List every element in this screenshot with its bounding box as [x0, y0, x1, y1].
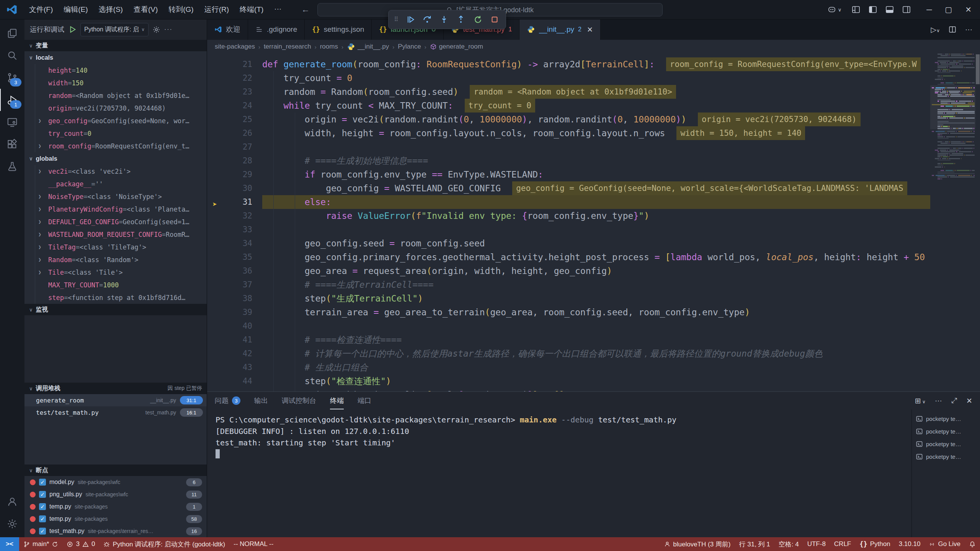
- toggle-panel-icon[interactable]: [885, 5, 894, 14]
- tab-__init__.py[interactable]: __init__.py2✕: [519, 19, 601, 40]
- menu-item-6[interactable]: 终端(T): [235, 3, 268, 16]
- breakpoint-row[interactable]: ✓temp.pysite-packages58: [24, 513, 207, 525]
- minimap[interactable]: [930, 54, 975, 391]
- editor-more-icon[interactable]: ···: [965, 25, 972, 34]
- breadcrumb-item[interactable]: rooms: [320, 43, 338, 51]
- variable-row[interactable]: __package__ = '': [35, 178, 207, 190]
- panel-more-icon[interactable]: ···: [935, 396, 942, 405]
- gutter[interactable]: 42: [207, 347, 262, 360]
- chevron-right-icon[interactable]: ❯: [38, 269, 41, 275]
- breakpoints-section-header[interactable]: ∨断点: [24, 465, 207, 476]
- breakpoint-row[interactable]: ✓temp.pysite-packages1: [24, 500, 207, 513]
- menu-item-0[interactable]: 文件(F): [24, 3, 57, 16]
- encoding[interactable]: UTF-8: [803, 537, 830, 551]
- restart-button[interactable]: [472, 14, 483, 25]
- variable-row[interactable]: ❯DEFAULT_GEO_CONFIG = GeoConfig(seed=1…: [35, 215, 207, 228]
- gutter[interactable]: 34: [207, 236, 262, 250]
- launch-config-dropdown[interactable]: Python 调试程序: 启∨: [80, 23, 149, 36]
- chevron-right-icon[interactable]: ❯: [38, 168, 41, 174]
- breadcrumb-item[interactable]: __init__.py: [347, 42, 389, 51]
- cursor-position[interactable]: 行 31, 列 1: [735, 537, 774, 551]
- customize-layout-icon[interactable]: [851, 5, 861, 14]
- notifications-bell-icon[interactable]: [965, 537, 980, 551]
- variables-group-globals[interactable]: ∨globals: [24, 152, 207, 165]
- breakpoint-checkbox[interactable]: ✓: [39, 491, 46, 498]
- drag-handle-icon[interactable]: ⠿: [394, 18, 399, 21]
- variables-group-locals[interactable]: ∨locals: [24, 51, 207, 64]
- chevron-right-icon[interactable]: ❯: [38, 206, 41, 212]
- editor-scrollbar[interactable]: [975, 54, 980, 391]
- panel-tab-端口[interactable]: 端口: [358, 392, 371, 409]
- variable-row[interactable]: ❯vec2i = <class 'vec2i'>: [35, 165, 207, 178]
- variable-row[interactable]: ❯geo_config = GeoConfig(seed=None, wor…: [35, 114, 207, 127]
- maximize-panel-icon[interactable]: ⤢: [951, 396, 957, 405]
- menu-item-7[interactable]: ···: [270, 3, 286, 16]
- gutter[interactable]: 22: [207, 71, 262, 85]
- activitybar-files-icon[interactable]: [0, 22, 24, 44]
- variable-row[interactable]: try_count = 0: [35, 127, 207, 140]
- terminal-instance[interactable]: pocketpy te…: [912, 412, 980, 425]
- activitybar-search-icon[interactable]: [0, 44, 24, 67]
- activitybar-gear-icon[interactable]: [0, 513, 24, 535]
- gutter[interactable]: 33: [207, 223, 262, 236]
- breakpoint-row[interactable]: ✓png_utils.pysite-packages\wfc11: [24, 488, 207, 500]
- close-panel-icon[interactable]: ✕: [966, 396, 972, 405]
- variable-row[interactable]: random = <Random object at 0x1bf9d01e…: [35, 89, 207, 102]
- eol[interactable]: CRLF: [830, 537, 855, 551]
- variable-row[interactable]: ❯room_config = RoomRequestConfig(env_t…: [35, 140, 207, 152]
- menu-item-5[interactable]: 运行(R): [200, 3, 234, 16]
- menu-item-1[interactable]: 编辑(E): [59, 3, 92, 16]
- variable-row[interactable]: step = <function step at 0x1bf8d716d…: [35, 291, 207, 304]
- gutter[interactable]: 44: [207, 374, 262, 388]
- git-branch[interactable]: main*: [19, 537, 62, 551]
- gutter[interactable]: 24: [207, 99, 262, 112]
- variables-section-header[interactable]: ∨变量: [24, 40, 207, 51]
- gear-icon[interactable]: [152, 26, 160, 34]
- chevron-right-icon[interactable]: ❯: [38, 257, 41, 262]
- variable-row[interactable]: ❯PlanetaryWindConfig = <class 'Planeta…: [35, 203, 207, 215]
- gutter[interactable]: 35: [207, 250, 262, 264]
- variable-row[interactable]: ❯WASTELAND_ROOM_REQUEST_CONFIG = RoomR…: [35, 228, 207, 241]
- close-button[interactable]: ✕: [965, 5, 972, 14]
- activitybar-beaker-icon[interactable]: [0, 155, 24, 178]
- breadcrumb-item[interactable]: site-packages: [215, 43, 255, 51]
- variable-row[interactable]: origin = vec2i(7205730, 9024468): [35, 102, 207, 114]
- terminal[interactable]: PS C:\computer_science\godot-ldtk\site-p…: [207, 409, 911, 537]
- gutter[interactable]: ➤31: [207, 195, 262, 209]
- gutter[interactable]: 41: [207, 333, 262, 347]
- breadcrumb-item[interactable]: Pylance: [398, 43, 421, 51]
- language-mode[interactable]: {}Python: [855, 537, 894, 551]
- gutter[interactable]: 32: [207, 209, 262, 223]
- variable-row[interactable]: ❯TileTag = <class 'TileTag'>: [35, 241, 207, 253]
- toggle-sidebar-icon[interactable]: [868, 5, 877, 14]
- gutter[interactable]: 30: [207, 181, 262, 195]
- activitybar-account-icon[interactable]: [0, 491, 24, 513]
- activitybar-source-control-icon[interactable]: 3: [0, 67, 24, 89]
- gutter[interactable]: 38: [207, 292, 262, 305]
- breakpoint-checkbox[interactable]: ✓: [39, 528, 46, 535]
- gutter[interactable]: 29: [207, 168, 262, 181]
- panel-tab-终端[interactable]: 终端: [330, 392, 344, 409]
- gutter[interactable]: 43: [207, 360, 262, 374]
- split-editor-icon[interactable]: [948, 25, 957, 34]
- terminal-instance[interactable]: pocketpy te…: [912, 450, 980, 463]
- copilot-icon[interactable]: ∨: [827, 5, 842, 14]
- nav-back-icon[interactable]: ←: [301, 5, 310, 15]
- tab-settings.json[interactable]: {}settings.json: [305, 19, 372, 40]
- gutter[interactable]: 37: [207, 278, 262, 292]
- python-version[interactable]: 3.10.10: [895, 537, 925, 551]
- menu-item-4[interactable]: 转到(G): [164, 3, 198, 16]
- gutter[interactable]: 27: [207, 140, 262, 154]
- variable-row[interactable]: ❯Random = <class 'Random'>: [35, 253, 207, 266]
- breakpoint-checkbox[interactable]: ✓: [39, 479, 46, 486]
- terminal-instance[interactable]: pocketpy te…: [912, 438, 980, 450]
- chevron-right-icon[interactable]: ❯: [38, 194, 41, 199]
- variable-row[interactable]: ❯NoiseType = <class 'NoiseType'>: [35, 190, 207, 203]
- gutter[interactable]: 39: [207, 305, 262, 319]
- debug-config-status[interactable]: Python 调试程序: 启动文件 (godot-ldtk): [99, 537, 229, 551]
- gutter[interactable]: 40: [207, 319, 262, 333]
- run-file-icon[interactable]: ▷∨: [931, 25, 940, 34]
- gutter[interactable]: 26: [207, 126, 262, 140]
- chevron-right-icon[interactable]: ❯: [38, 118, 41, 124]
- step-into-button[interactable]: [438, 14, 450, 25]
